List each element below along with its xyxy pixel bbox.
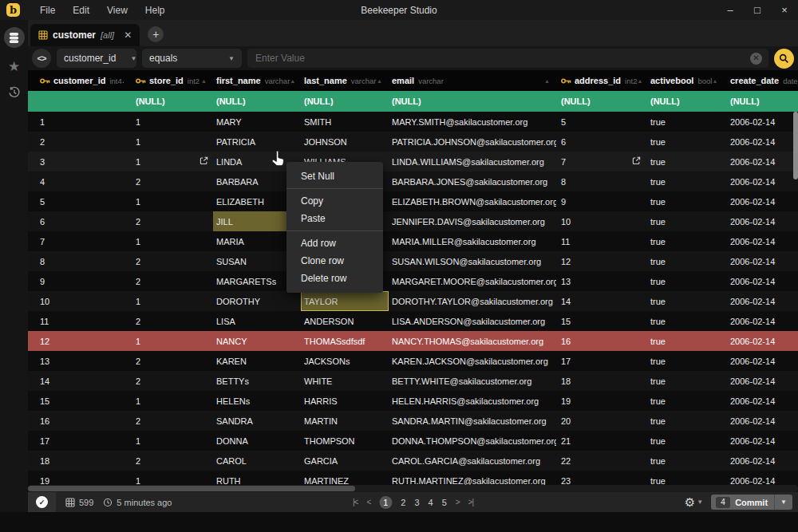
table-row[interactable]: 62JILLDAVISJENNIFER.DAVIS@sakilacustomer…: [28, 211, 798, 231]
cell[interactable]: 1: [124, 112, 213, 132]
cell[interactable]: 2: [124, 171, 213, 191]
cell[interactable]: SANDRA: [213, 411, 301, 431]
cell[interactable]: 2006-02-14: [717, 411, 798, 431]
cell[interactable]: 17: [556, 351, 646, 371]
cell[interactable]: DONNA: [213, 431, 301, 451]
cell[interactable]: 7: [556, 152, 646, 171]
sort-caret-icon[interactable]: ▲: [377, 78, 382, 84]
sort-caret-icon[interactable]: ▲: [201, 78, 207, 84]
sort-caret-icon[interactable]: ▲: [544, 78, 550, 84]
context-menu-item-copy[interactable]: Copy: [286, 192, 383, 210]
cell[interactable]: 2006-02-14: [717, 251, 798, 271]
cell[interactable]: 12: [28, 331, 124, 351]
cell[interactable]: SUSAN.WILSON@sakilacustomer.org: [389, 251, 556, 271]
cell[interactable]: SANDRA.MARTIN@sakilacustomer.org: [389, 411, 556, 431]
column-header-store_id[interactable]: store_idint2▲: [124, 70, 213, 91]
sidebar-item-tables[interactable]: [4, 27, 25, 48]
cell[interactable]: HELEN.HARRIS@sakilacustomer.org: [389, 391, 556, 411]
cell[interactable]: 2006-02-14: [717, 431, 798, 451]
cell[interactable]: 1: [124, 391, 213, 411]
cell[interactable]: 1: [124, 152, 213, 171]
cell[interactable]: HARRIS: [301, 391, 389, 411]
table-row[interactable]: 151HELENsHARRISHELEN.HARRIS@sakilacustom…: [28, 391, 798, 411]
cell[interactable]: 2006-02-14: [717, 171, 798, 191]
menu-file[interactable]: File: [31, 5, 64, 16]
table-row[interactable]: (NULL)(NULL)(NULL)(NULL)(NULL)(NULL)(NUL…: [28, 91, 798, 112]
cell[interactable]: true: [646, 132, 717, 152]
pagination-page-5[interactable]: 5: [442, 498, 447, 507]
cell[interactable]: MARY: [213, 112, 301, 132]
cell[interactable]: 13: [28, 351, 124, 371]
cell[interactable]: DOROTHY.TAYLOR@sakilacustomer.org: [389, 291, 556, 311]
cell[interactable]: true: [646, 211, 717, 231]
cell[interactable]: ANDERSON: [301, 311, 389, 331]
context-menu-item-set-null[interactable]: Set Null: [286, 167, 383, 185]
cell[interactable]: GARCIA: [301, 451, 389, 471]
cell[interactable]: THOMASsdfsdf: [301, 331, 389, 351]
pagination-page-2[interactable]: 2: [401, 498, 405, 507]
cell[interactable]: 2006-02-14: [717, 191, 798, 211]
table-row[interactable]: 11MARYSMITHMARY.SMITH@sakilacustomer.org…: [28, 112, 798, 132]
cell[interactable]: 18: [28, 451, 124, 471]
commit-button[interactable]: 4 Commit ▼: [711, 495, 792, 510]
cell[interactable]: true: [646, 251, 717, 271]
table-row[interactable]: 101DOROTHYTAYLORDOROTHY.TAYLOR@sakilacus…: [28, 291, 798, 311]
connection-status[interactable]: ✓: [28, 492, 56, 512]
pagination-page-1[interactable]: 1: [379, 496, 392, 509]
cell[interactable]: true: [646, 311, 717, 331]
cell[interactable]: 12: [556, 251, 646, 271]
table-row[interactable]: 162SANDRAMARTINSANDRA.MARTIN@sakilacusto…: [28, 411, 798, 431]
menu-edit[interactable]: Edit: [64, 5, 98, 16]
cell[interactable]: true: [646, 112, 717, 132]
cell[interactable]: WHITE: [301, 371, 389, 391]
cell[interactable]: 5: [28, 191, 124, 211]
cell[interactable]: 20: [556, 411, 646, 431]
cell[interactable]: 5: [556, 112, 646, 132]
cell[interactable]: ELIZABETH.BROWN@sakilacustomer.org: [389, 191, 556, 211]
context-menu-item-add-row[interactable]: Add row: [286, 234, 383, 252]
cell[interactable]: JACKSONs: [301, 351, 389, 371]
sidebar-item-history[interactable]: [8, 86, 21, 102]
close-button[interactable]: ×: [771, 0, 798, 20]
cell[interactable]: 2: [124, 311, 213, 331]
cell[interactable]: true: [646, 351, 717, 371]
horizontal-scrollbar-thumb[interactable]: [28, 486, 355, 491]
cell[interactable]: 2: [124, 211, 213, 231]
cell[interactable]: 15: [556, 311, 646, 331]
cell[interactable]: 2: [124, 371, 213, 391]
cell[interactable]: NANCY.THOMAS@sakilacustomer.org: [389, 331, 556, 351]
cell[interactable]: (NULL): [389, 91, 556, 112]
table-row[interactable]: 121NANCYTHOMASsdfsdfNANCY.THOMAS@sakilac…: [28, 331, 798, 351]
table-row[interactable]: 82SUSANWILSONSUSAN.WILSON@sakilacustomer…: [28, 251, 798, 271]
cell[interactable]: MARGARET.MOORE@sakilacustomer.org: [389, 271, 556, 291]
cell[interactable]: 1: [124, 231, 213, 251]
cell[interactable]: 2006-02-14: [717, 331, 798, 351]
new-tab-button[interactable]: +: [148, 26, 164, 42]
cell[interactable]: 2006-02-14: [717, 351, 798, 371]
column-header-address_id[interactable]: address_idint2▲: [556, 70, 646, 91]
expand-cell-button[interactable]: [632, 156, 641, 165]
menu-help[interactable]: Help: [136, 5, 174, 16]
cell[interactable]: 8: [28, 251, 124, 271]
cell[interactable]: 4: [28, 171, 124, 191]
sidebar-item-favorites[interactable]: ★: [8, 60, 20, 73]
column-header-activebool[interactable]: activeboolbool▲: [646, 70, 717, 91]
sort-caret-icon[interactable]: ▲: [637, 78, 642, 84]
cell[interactable]: 2: [124, 451, 213, 471]
cell[interactable]: NANCY: [213, 331, 301, 351]
column-header-email[interactable]: emailvarchar▲: [389, 70, 556, 91]
cell[interactable]: HELENs: [213, 391, 301, 411]
cell[interactable]: MARY.SMITH@sakilacustomer.org: [389, 112, 556, 132]
cell[interactable]: 2006-02-14: [717, 211, 798, 231]
cell[interactable]: 1: [124, 132, 213, 152]
table-settings-button[interactable]: ⚙ ▼: [685, 495, 703, 510]
cell[interactable]: 14: [28, 371, 124, 391]
cell[interactable]: CAROL: [213, 451, 301, 471]
cell[interactable]: (NULL): [124, 91, 213, 112]
cell[interactable]: 2006-02-14: [717, 152, 798, 171]
table-row[interactable]: 71MARIAMILLERMARIA.MILLER@sakilacustomer…: [28, 231, 798, 251]
cell[interactable]: true: [646, 152, 717, 171]
column-header-last_name[interactable]: last_namevarchar▲: [301, 70, 389, 91]
apply-filter-button[interactable]: [774, 49, 794, 69]
cell[interactable]: 18: [556, 371, 646, 391]
